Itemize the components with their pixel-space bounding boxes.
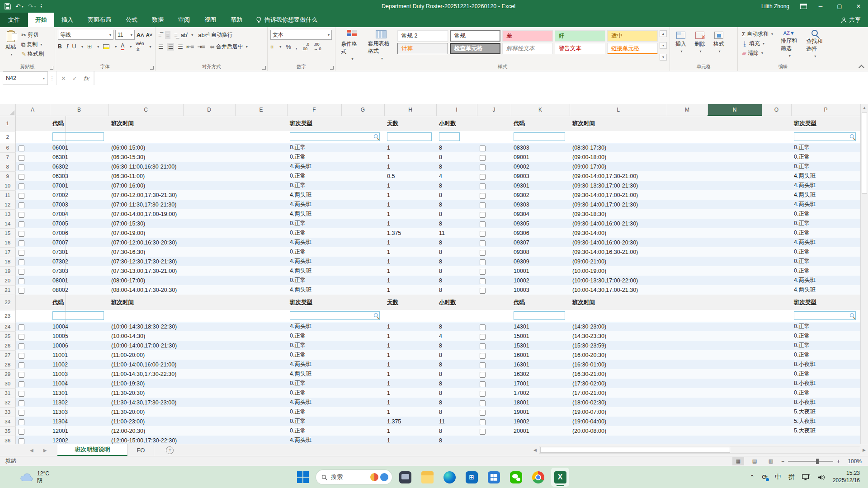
table-row[interactable]: 18 07302(07:30-12:30,17:30-21:30) 4.两头班1… <box>0 257 860 266</box>
align-center-button[interactable]: ☰ <box>167 43 175 51</box>
row-header[interactable]: 17 <box>0 247 15 257</box>
cell-style-检查单元格[interactable]: 检查单元格 <box>450 43 500 54</box>
name-box[interactable]: N42▾ <box>3 71 48 85</box>
percent-button[interactable]: % <box>286 43 291 50</box>
table-row[interactable]: 26 10006(10:00-14:00,17:00-21:30) 0.正常1 … <box>0 341 860 350</box>
row-checkbox[interactable] <box>19 164 24 170</box>
row-checkbox[interactable] <box>19 324 24 330</box>
row-checkbox[interactable] <box>19 438 24 444</box>
column-header-F[interactable]: F <box>287 104 341 116</box>
row-checkbox[interactable] <box>480 381 486 387</box>
table-row[interactable]: 34 11304(11:00-23:00) 0.正常1.375 1119002 … <box>0 417 860 426</box>
row-checkbox[interactable] <box>480 240 486 246</box>
table-row[interactable]: 30 11004(11:00-19:30) 0.正常1 817001 (17:3… <box>0 379 860 388</box>
row-header[interactable]: 28 <box>0 360 15 369</box>
bottom-align-button[interactable]: ≡̲ <box>174 32 177 38</box>
increase-indent-button[interactable]: ⇥≡ <box>197 43 204 50</box>
ribbon-tab-插入[interactable]: 插入 <box>54 13 80 27</box>
redo-button[interactable]: ↷▾ <box>28 3 36 10</box>
cell-style-适中[interactable]: 适中 <box>607 30 658 42</box>
row-header[interactable]: 11 <box>0 190 15 200</box>
cell-style-解释性文本[interactable]: 解释性文本 <box>502 43 553 54</box>
insert-function-button[interactable]: f𝑥 <box>84 75 89 82</box>
filter-input[interactable] <box>439 132 460 141</box>
scroll-up-arrow[interactable]: ▲ <box>861 104 868 112</box>
row-checkbox[interactable] <box>19 212 24 218</box>
row-checkbox[interactable] <box>19 240 24 246</box>
filter-input[interactable] <box>290 311 380 320</box>
zoom-thumb[interactable] <box>816 459 819 464</box>
sheet-tab-FO[interactable]: FO <box>127 444 154 456</box>
row-header[interactable]: 2 <box>0 131 15 143</box>
row-header[interactable]: 16 <box>0 238 15 247</box>
row-header[interactable]: 1 <box>0 116 15 131</box>
row-checkbox[interactable] <box>480 372 486 378</box>
zoom-in-button[interactable]: + <box>837 458 840 465</box>
weather-widget[interactable]: 12°C阴 <box>0 470 113 484</box>
table-row[interactable]: 9 06303(06:30-11:00) 0.正常0.5 409003 (09:… <box>0 171 860 181</box>
ribbon-tab-页面布局[interactable]: 页面布局 <box>80 13 118 27</box>
row-checkbox[interactable] <box>480 145 486 151</box>
ribbon-tab-公式[interactable]: 公式 <box>118 13 145 27</box>
row-checkbox[interactable] <box>19 250 24 256</box>
taskbar-search-box[interactable]: 搜索 <box>316 470 392 484</box>
row-header[interactable]: 8 <box>0 162 15 171</box>
delete-cells-button[interactable]: ✕ 删除▾ <box>692 31 708 54</box>
zoom-level[interactable]: 100% <box>844 458 862 465</box>
ribbon-tab-开始[interactable]: 开始 <box>28 13 54 27</box>
font-dialog-launcher[interactable] <box>150 66 154 70</box>
cell-style-好[interactable]: 好 <box>555 30 605 42</box>
ribbon-tab-文件[interactable]: 文件 <box>0 13 28 27</box>
row-header[interactable]: 19 <box>0 266 15 276</box>
conditional-formatting-button[interactable]: 条件格式▾ <box>338 29 365 62</box>
speaker-icon[interactable] <box>817 474 826 481</box>
column-header-I[interactable]: I <box>436 104 477 116</box>
fill-button[interactable]: ⭳填充▾ <box>741 39 774 48</box>
copy-button[interactable]: ⧉复制▾ <box>20 40 45 49</box>
table-row[interactable]: 10 07001(07:00-16:00) 0.正常1 809301 (09:3… <box>0 181 860 190</box>
row-header[interactable]: 34 <box>0 417 15 426</box>
share-button[interactable]: 共享 <box>834 13 868 27</box>
table-row[interactable]: 27 11001(11:00-20:00) 0.正常1 816001 (16:0… <box>0 350 860 360</box>
row-checkbox[interactable] <box>480 362 486 368</box>
row-checkbox[interactable] <box>480 259 486 265</box>
accounting-format-button[interactable]: ¤ <box>270 43 274 50</box>
row-checkbox[interactable] <box>480 410 486 416</box>
row-header[interactable]: 22 <box>0 295 15 310</box>
table-row[interactable]: 6 06001(06:00-15:00) 0.正常1 808303 (08:30… <box>0 143 860 152</box>
gallery-up-button[interactable]: ▲ <box>660 30 667 37</box>
paste-button[interactable]: 粘贴▾ <box>3 29 19 58</box>
row-header[interactable]: 14 <box>0 219 15 228</box>
row-checkbox[interactable] <box>19 372 24 378</box>
row-header[interactable]: 20 <box>0 276 15 285</box>
ime-mode-indicator[interactable]: 中 <box>775 473 781 481</box>
filter-input[interactable] <box>514 132 565 141</box>
filter-input[interactable] <box>794 132 856 141</box>
column-header-M[interactable]: M <box>667 104 708 116</box>
save-button[interactable] <box>5 3 11 9</box>
row-checkbox[interactable] <box>19 419 24 425</box>
cell-style-计算[interactable]: 计算 <box>397 43 448 54</box>
ribbon-tab-视图[interactable]: 视图 <box>197 13 223 27</box>
row-checkbox[interactable] <box>480 183 486 189</box>
row-checkbox[interactable] <box>19 269 24 275</box>
column-header-O[interactable]: O <box>762 104 791 116</box>
table-row[interactable]: 21 08002(08:00-14:00,17:30-20:30) 4.两头班1… <box>0 285 860 295</box>
row-checkbox[interactable] <box>480 269 486 275</box>
column-header-C[interactable]: C <box>108 104 183 116</box>
column-header-L[interactable]: L <box>570 104 667 116</box>
italic-button[interactable]: I <box>66 43 68 50</box>
row-checkbox[interactable] <box>480 353 486 359</box>
row-checkbox[interactable] <box>19 193 24 199</box>
row-header[interactable]: 30 <box>0 379 15 388</box>
row-checkbox[interactable] <box>480 155 486 161</box>
row-checkbox[interactable] <box>19 400 24 406</box>
font-color-button[interactable]: A <box>121 43 124 50</box>
filter-input[interactable] <box>52 132 104 141</box>
font-size-combo[interactable]: 11▾ <box>115 30 135 40</box>
row-header[interactable]: 10 <box>0 181 15 190</box>
row-checkbox[interactable] <box>19 145 24 151</box>
row-header[interactable]: 23 <box>0 310 15 322</box>
cell-style-常规[interactable]: 常规 <box>450 30 500 42</box>
table-row[interactable]: 15 07006(07:00-19:00) 0.正常1.375 1109306 … <box>0 228 860 238</box>
